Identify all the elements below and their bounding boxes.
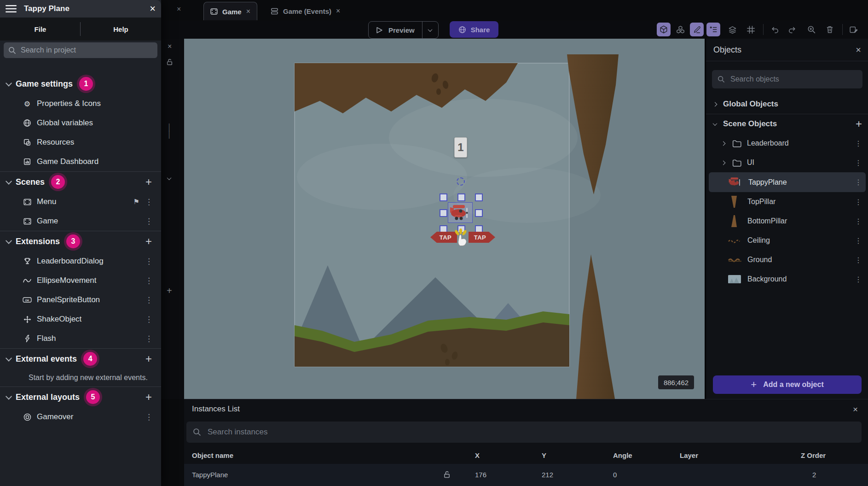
- add-extension-button[interactable]: +: [145, 235, 155, 248]
- item-scene-game[interactable]: Game ⋮: [0, 211, 161, 231]
- instances-search-input[interactable]: [207, 427, 855, 437]
- rotation-handle[interactable]: [457, 177, 465, 186]
- kebab-menu-icon[interactable]: ⋮: [855, 158, 862, 167]
- delete-button[interactable]: [823, 23, 837, 36]
- item-ext-shakeobject[interactable]: ShakeObject ⋮: [0, 310, 161, 329]
- object-item-tappyplane[interactable]: TappyPlane ⋮: [706, 172, 868, 192]
- object-item-bottompillar[interactable]: BottomPillar ⋮: [706, 211, 868, 231]
- plus-icon[interactable]: +: [167, 286, 172, 296]
- redo-button[interactable]: [785, 23, 799, 36]
- tab-game-events[interactable]: Game (Events) ×: [264, 2, 347, 20]
- tab-game-events-close-icon[interactable]: ×: [336, 7, 340, 15]
- objects-panel-close-icon[interactable]: ×: [856, 45, 861, 55]
- objects-search-input[interactable]: [729, 75, 857, 84]
- project-search-input[interactable]: [20, 46, 153, 55]
- chevron-down-icon[interactable]: [167, 176, 172, 180]
- col-z-order[interactable]: Z Order: [801, 451, 826, 459]
- kebab-menu-icon[interactable]: ⋮: [145, 315, 153, 324]
- hidden-tab-close-icon[interactable]: ×: [177, 5, 181, 13]
- object-item-ceiling[interactable]: Ceiling ⋮: [706, 231, 868, 250]
- item-game-dashboard[interactable]: Game Dashboard: [0, 152, 161, 171]
- kebab-menu-icon[interactable]: ⋮: [855, 139, 862, 148]
- item-global-variables[interactable]: Global variables: [0, 113, 161, 133]
- preview-dropdown-button[interactable]: [422, 22, 438, 38]
- share-button[interactable]: Share: [450, 21, 498, 38]
- kebab-menu-icon[interactable]: ⋮: [855, 275, 862, 284]
- col-x[interactable]: X: [475, 451, 480, 459]
- item-ext-ellipsemovement[interactable]: EllipseMovement ⋮: [0, 271, 161, 290]
- menu-file[interactable]: File: [0, 25, 81, 33]
- properties-panel-toggle-button[interactable]: [690, 23, 704, 36]
- item-properties-icons[interactable]: ⚙ Properties & Icons: [0, 94, 161, 113]
- add-object-plus-icon[interactable]: +: [856, 117, 862, 130]
- instances-search-box[interactable]: [186, 422, 862, 443]
- add-external-event-button[interactable]: +: [145, 352, 155, 365]
- col-y[interactable]: Y: [542, 451, 546, 459]
- kebab-menu-icon[interactable]: ⋮: [145, 295, 153, 305]
- kebab-menu-icon[interactable]: ⋮: [145, 217, 153, 226]
- col-angle[interactable]: Angle: [613, 451, 632, 459]
- kebab-menu-icon[interactable]: ⋮: [145, 276, 153, 286]
- kebab-menu-icon[interactable]: ⋮: [145, 257, 153, 266]
- object-item-ground[interactable]: Ground ⋮: [706, 250, 868, 269]
- lock-icon[interactable]: [166, 58, 174, 66]
- undo-button[interactable]: [768, 23, 781, 36]
- add-new-object-button[interactable]: + Add a new object: [713, 375, 862, 394]
- kebab-menu-icon[interactable]: ⋮: [145, 334, 153, 344]
- grid-toggle-button[interactable]: [744, 23, 758, 36]
- objects-search-box[interactable]: [712, 70, 862, 88]
- resize-handle-n[interactable]: [457, 193, 465, 201]
- object-folder-leaderboard[interactable]: Leaderboard ⋮: [706, 134, 868, 153]
- resize-handle-ne[interactable]: [475, 193, 483, 201]
- hamburger-menu-icon[interactable]: [6, 5, 17, 13]
- panel-close-icon[interactable]: ×: [168, 42, 172, 51]
- col-object-name[interactable]: Object name: [192, 451, 233, 459]
- kebab-menu-icon[interactable]: ⋮: [855, 198, 862, 206]
- objects-panel-toggle-button[interactable]: [657, 23, 671, 36]
- scene-canvas[interactable]: 1 TAP TAP: [184, 39, 705, 399]
- objects-group-scene[interactable]: Scene Objects +: [706, 114, 868, 134]
- object-item-toppillar[interactable]: TopPillar ⋮: [706, 192, 868, 211]
- item-ext-panelspritebutton[interactable]: OK PanelSpriteButton ⋮: [0, 290, 161, 310]
- section-external-layouts[interactable]: External layouts 5 +: [0, 387, 161, 407]
- preview-button[interactable]: Preview: [368, 21, 439, 39]
- object-folder-ui[interactable]: UI ⋮: [706, 153, 868, 172]
- tab-game[interactable]: Game ×: [203, 2, 257, 21]
- item-scene-menu[interactable]: Menu ⚑ ⋮: [0, 192, 161, 211]
- layers-panel-toggle-button[interactable]: [725, 23, 739, 36]
- selected-plane-instance[interactable]: [448, 202, 473, 223]
- item-ext-flash[interactable]: Flash ⋮: [0, 329, 161, 348]
- add-scene-button[interactable]: +: [145, 176, 155, 188]
- tab-game-close-icon[interactable]: ×: [246, 7, 250, 16]
- edit-scene-properties-button[interactable]: [847, 23, 861, 36]
- kebab-menu-icon[interactable]: ⋮: [855, 178, 862, 187]
- kebab-menu-icon[interactable]: ⋮: [145, 197, 153, 207]
- drawer-close-icon[interactable]: ×: [150, 4, 156, 14]
- section-scenes[interactable]: Scenes 2 +: [0, 172, 161, 192]
- item-layout-gameover[interactable]: Gameover ⋮: [0, 407, 161, 427]
- section-extensions[interactable]: Extensions 3 +: [0, 231, 161, 252]
- objects-group-global[interactable]: Global Objects: [706, 94, 868, 114]
- kebab-menu-icon[interactable]: ⋮: [855, 236, 862, 245]
- preview-button-main[interactable]: Preview: [369, 22, 422, 38]
- instances-list-close-icon[interactable]: ×: [853, 404, 858, 415]
- col-layer[interactable]: Layer: [680, 451, 698, 459]
- resize-handle-e[interactable]: [475, 209, 483, 217]
- object-item-background[interactable]: Background ⋮: [706, 269, 868, 289]
- item-ext-leaderboarddialog[interactable]: LeaderboardDialog ⋮: [0, 252, 161, 271]
- section-game-settings[interactable]: Game settings 1: [0, 74, 161, 94]
- unlock-icon[interactable]: [443, 470, 451, 479]
- add-external-layout-button[interactable]: +: [145, 391, 155, 404]
- resize-handle-nw[interactable]: [440, 193, 447, 201]
- instance-row-tappyplane[interactable]: TappyPlane 176 212 0 2: [184, 464, 868, 486]
- item-resources[interactable]: Resources: [0, 133, 161, 152]
- kebab-menu-icon[interactable]: ⋮: [145, 412, 153, 422]
- resize-handle-w[interactable]: [440, 209, 447, 217]
- instances-panel-toggle-button[interactable]: [673, 23, 687, 36]
- kebab-menu-icon[interactable]: ⋮: [855, 256, 862, 264]
- section-external-events[interactable]: External events 4 +: [0, 349, 161, 369]
- zoom-button[interactable]: [804, 23, 818, 36]
- kebab-menu-icon[interactable]: ⋮: [855, 217, 862, 226]
- instances-list-toggle-button[interactable]: [706, 23, 720, 36]
- project-search-box[interactable]: [4, 42, 157, 58]
